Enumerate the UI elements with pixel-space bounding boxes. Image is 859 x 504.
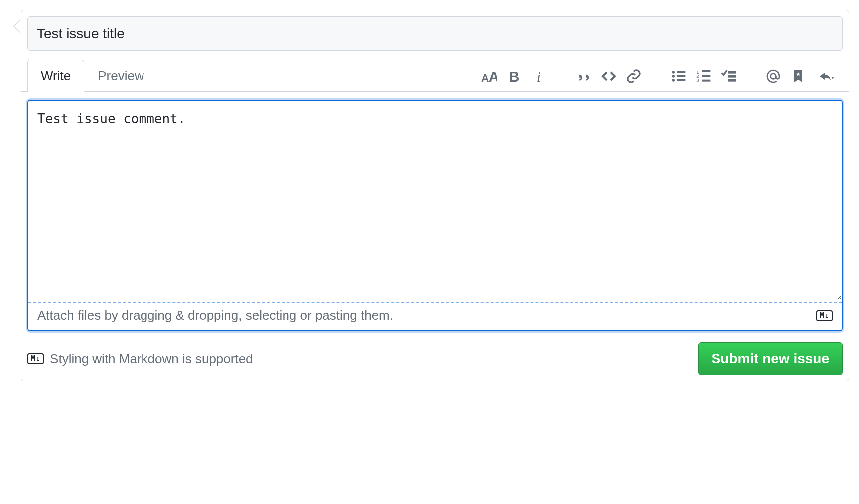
svg-rect-15 — [702, 80, 710, 82]
comment-box: Attach files by dragging & dropping, sel… — [27, 100, 843, 331]
submit-new-issue-button[interactable]: Submit new issue — [698, 342, 843, 375]
quote-button[interactable] — [572, 66, 596, 86]
heading-button[interactable]: A A — [477, 66, 502, 86]
svg-point-6 — [672, 75, 675, 78]
svg-point-19 — [771, 74, 776, 79]
tab-write[interactable]: Write — [27, 60, 84, 92]
heading-icon: A A — [481, 68, 497, 84]
markdown-help-link[interactable]: M↓ Styling with Markdown is supported — [27, 351, 253, 367]
bold-button[interactable]: B — [502, 66, 527, 86]
code-icon — [601, 68, 617, 84]
markdown-badge-icon: M↓ — [816, 310, 833, 321]
svg-rect-17 — [728, 75, 736, 77]
reply-button[interactable] — [811, 66, 843, 86]
ordered-list-icon: 1 2 3 — [696, 68, 712, 84]
quote-icon — [576, 68, 592, 84]
attachment-hint-text: Attach files by dragging & dropping, sel… — [37, 308, 393, 323]
tabs: Write Preview — [27, 60, 157, 92]
bookmark-icon — [790, 68, 806, 84]
task-list-icon — [720, 68, 736, 84]
tab-toolbar: Write Preview A A B i — [21, 60, 849, 92]
svg-point-4 — [672, 71, 675, 74]
tab-preview[interactable]: Preview — [84, 60, 157, 92]
reply-icon — [819, 68, 835, 84]
unordered-list-icon — [671, 68, 687, 84]
ordered-list-button[interactable]: 1 2 3 — [691, 66, 716, 86]
svg-rect-16 — [728, 71, 736, 73]
task-list-button[interactable] — [716, 66, 741, 86]
saved-reply-button[interactable] — [786, 66, 811, 86]
link-button[interactable] — [621, 66, 646, 86]
unordered-list-button[interactable] — [666, 66, 691, 86]
form-footer: M↓ Styling with Markdown is supported Su… — [27, 342, 843, 375]
formatting-toolbar: A A B i — [477, 66, 843, 91]
svg-marker-21 — [832, 77, 834, 79]
markdown-help-text: Styling with Markdown is supported — [50, 351, 253, 367]
mention-icon — [765, 68, 781, 84]
code-button[interactable] — [596, 66, 621, 86]
issue-form: Write Preview A A B i — [21, 10, 849, 381]
svg-rect-9 — [677, 79, 685, 81]
svg-text:3: 3 — [696, 78, 699, 83]
mention-button[interactable] — [761, 66, 786, 86]
issue-comment-textarea[interactable] — [28, 101, 842, 300]
link-icon — [626, 68, 642, 84]
markdown-badge-icon: M↓ — [27, 353, 44, 364]
svg-text:A: A — [489, 68, 497, 84]
bold-icon: B — [506, 68, 522, 84]
issue-title-input[interactable] — [27, 16, 843, 51]
italic-icon: i — [531, 68, 547, 84]
svg-rect-18 — [728, 79, 736, 81]
svg-text:A: A — [481, 72, 489, 84]
svg-text:B: B — [509, 68, 519, 84]
attachment-hint-bar[interactable]: Attach files by dragging & dropping, sel… — [28, 303, 842, 330]
svg-point-8 — [672, 79, 675, 82]
italic-button[interactable]: i — [527, 66, 552, 86]
svg-rect-7 — [677, 75, 685, 77]
svg-rect-5 — [677, 71, 685, 73]
svg-rect-11 — [702, 70, 710, 72]
svg-rect-13 — [702, 75, 710, 77]
svg-text:i: i — [537, 69, 541, 84]
